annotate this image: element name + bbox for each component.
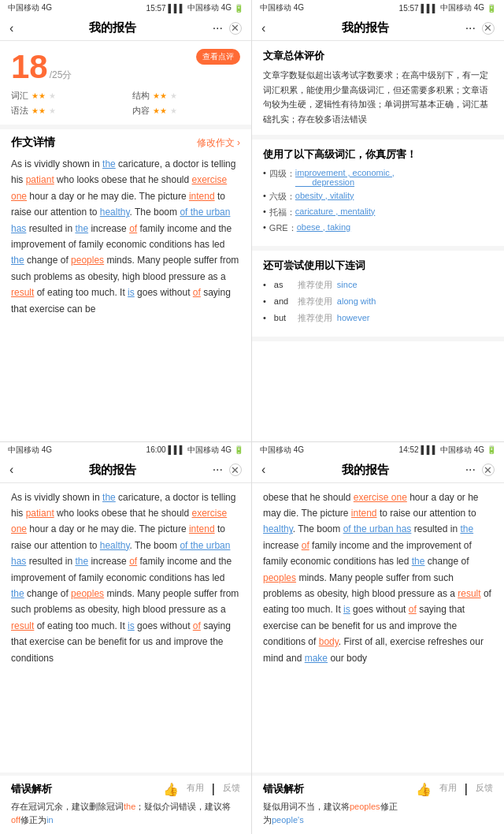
feedback-button-4[interactable]: 反馈 (476, 782, 493, 797)
close-button-2[interactable]: ✕ (482, 22, 495, 35)
nav-actions-4: ··· ✕ (465, 463, 495, 477)
overall-review-title: 文章总体评价 (263, 49, 493, 63)
useful-button-4[interactable]: 有用 (439, 782, 457, 797)
useful-button-3[interactable]: 有用 (187, 782, 204, 797)
back-button-1[interactable]: ‹ (9, 21, 13, 35)
error-the-3-2: the (75, 556, 88, 567)
structure-score: 结构 ★★★ (132, 90, 241, 102)
vocab-words-gre: obese , taking (297, 222, 493, 232)
vocab-list: • 四级： improvement , economic , depressio… (263, 168, 493, 234)
error-highlight-the-3: the (124, 802, 135, 811)
carrier-right-3: 中国移动 4G (187, 445, 232, 456)
nav-title-3: 我的报告 (89, 463, 136, 478)
connector-item-as: • as 推荐使用 since (263, 279, 493, 291)
carrier-right-4: 中国移动 4G (440, 445, 484, 456)
score-total: /25分 (50, 69, 72, 82)
phone-2: 中国移动 4G 15:57 ▌▌▌ 中国移动 4G 🔋 ‹ 我的报告 ··· ✕… (252, 0, 504, 442)
vocab-item-toefl: • 托福： caricature , mentality (263, 207, 493, 218)
signal-icon-3: ▌▌▌ (169, 445, 185, 454)
error-peoples-3: peoples (71, 588, 104, 599)
more-button-1[interactable]: ··· (213, 21, 223, 35)
modify-essay-button[interactable]: 修改作文 › (197, 136, 240, 150)
error-patiant: patiant (26, 174, 54, 185)
nav-title-1: 我的报告 (89, 20, 136, 35)
status-bar-right-3: 16:00 ▌▌▌ 中国移动 4G 🔋 (146, 445, 243, 456)
score-number: 18 (11, 50, 48, 84)
error-result: result (11, 287, 34, 298)
feedback-button-3[interactable]: 反馈 (223, 782, 240, 797)
error-of-2: of (193, 287, 201, 298)
time-3: 16:00 (146, 445, 166, 454)
close-button-4[interactable]: ✕ (482, 464, 495, 476)
error-of-3-2: of (193, 620, 201, 631)
connector-target-as: since (337, 280, 358, 289)
close-button-1[interactable]: ✕ (229, 22, 242, 35)
error-the-3: the (11, 255, 24, 266)
vocab-item-4: • 四级： improvement , economic , depressio… (263, 168, 493, 187)
content-stars-empty: ★ (170, 106, 177, 115)
error-header-4: 错误解析 👍 有用 | 反馈 (263, 782, 493, 797)
more-button-3[interactable]: ··· (213, 463, 223, 477)
error-highlight-in-3: in (46, 815, 54, 825)
battery-icon-1: 🔋 (234, 4, 243, 13)
carrier-left-3: 中国移动 4G (8, 445, 52, 456)
battery-icon-3: 🔋 (234, 445, 243, 454)
connector-bullet-and: • (263, 296, 266, 306)
error-the-4-2: the (412, 556, 425, 567)
error-title-3: 错误解析 (11, 782, 52, 796)
error-make: make (305, 653, 328, 664)
error-divider-3: | (212, 782, 215, 797)
vocab-score: 词汇 ★★★ (11, 90, 120, 102)
vocab-words-toefl: caricature , mentality (295, 207, 493, 216)
connector-recommend-as: 推荐使用 (298, 279, 332, 291)
error-text-4: 疑似用词不当，建议将peoples修正为people's (263, 800, 493, 828)
grammar-stars: ★★ (32, 106, 46, 115)
more-button-2[interactable]: ··· (465, 21, 476, 35)
error-title-4: 错误解析 (263, 782, 304, 796)
status-bar-left-1: 中国移动 4G (8, 2, 52, 13)
vocab-bullet-4: • (263, 168, 266, 177)
status-bar-1: 中国移动 4G 15:57 ▌▌▌ 中国移动 4G 🔋 (0, 0, 251, 16)
vocab-words-6: obesity , vitality (295, 191, 493, 200)
time-1: 15:57 (146, 4, 166, 13)
nav-actions-2: ··· ✕ (465, 21, 495, 35)
time-4: 14:52 (399, 445, 419, 454)
signal-icon-2: ▌▌▌ (421, 4, 438, 13)
grammar-label: 语法 (11, 105, 28, 117)
error-divider-4: | (465, 782, 468, 797)
error-is-3: is (128, 620, 135, 631)
error-actions-3: 👍 有用 | 反馈 (163, 782, 240, 797)
connector-item-but: • but 推荐使用 however (263, 312, 493, 324)
more-button-4[interactable]: ··· (465, 463, 476, 477)
status-bar-right-4: 14:52 ▌▌▌ 中国移动 4G 🔋 (399, 445, 496, 456)
vocab-bullet-6: • (263, 191, 266, 200)
connector-bullet-but: • (263, 313, 266, 322)
review-button[interactable]: 查看点评 (196, 49, 240, 65)
structure-stars-empty: ★ (170, 91, 177, 100)
error-header-3: 错误解析 👍 有用 | 反馈 (11, 782, 240, 797)
status-bar-right-1: 15:57 ▌▌▌ 中国移动 4G 🔋 (146, 2, 243, 13)
essay-text-4: obese that he should exercise one hour a… (263, 492, 491, 664)
thumb-up-icon-4: 👍 (416, 782, 432, 797)
vocab-words-4: improvement , economic , depression (295, 168, 493, 187)
close-button-3[interactable]: ✕ (229, 464, 242, 476)
error-text-3: 存在冠词冗余，建议删除冠词the；疑似介词错误，建议将off修正为in (11, 800, 240, 828)
status-bar-left-4: 中国移动 4G (260, 445, 304, 456)
content-stars: ★★ (153, 106, 167, 115)
back-button-3[interactable]: ‹ (9, 463, 13, 477)
error-patiant-3: patiant (26, 508, 54, 519)
nav-actions-1: ··· ✕ (213, 21, 242, 35)
nav-bar-2: ‹ 我的报告 ··· ✕ (252, 16, 504, 41)
overall-review-section: 文章总体评价 文章字数疑似超出该考试字数要求；在高中级别下，有一定词汇积累，能使… (252, 41, 504, 140)
overall-review-text: 文章字数疑似超出该考试字数要求；在高中级别下，有一定词汇积累，能使用少量高级词汇… (263, 68, 493, 127)
error-exercise-one-4: exercise one (354, 492, 407, 503)
vocab-item-gre: • GRE： obese , taking (263, 222, 493, 234)
vocab-bullet-gre: • (263, 222, 266, 232)
essay-content-1: As is vividly shown in the caricature, a… (0, 153, 251, 441)
structure-stars: ★★ (153, 91, 167, 100)
error-the-1: the (102, 158, 116, 169)
connector-word-and: and (274, 296, 293, 306)
essay-content-4: obese that he should exercise one hour a… (252, 483, 504, 773)
back-button-4[interactable]: ‹ (261, 463, 265, 477)
back-button-2[interactable]: ‹ (261, 21, 265, 35)
